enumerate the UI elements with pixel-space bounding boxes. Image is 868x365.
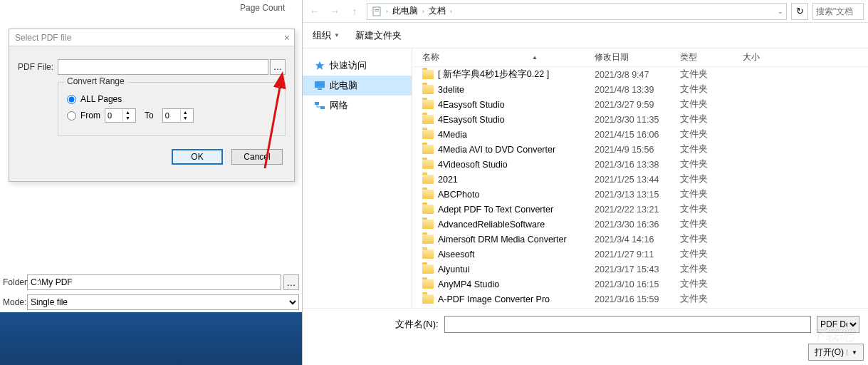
- file-type: 文件夹: [680, 113, 743, 125]
- file-open-dialog: ← → ↑ › 此电脑 › 文档 › ⌄ ↻ 组织▼ 新建文件夹: [302, 0, 868, 365]
- file-name: Aiyuntui: [438, 264, 469, 274]
- file-name: Aiseesoft: [438, 250, 474, 259]
- nav-quick-access[interactable]: 快速访问: [303, 56, 412, 76]
- folder-icon: [422, 145, 434, 154]
- list-item[interactable]: Aiyuntui2021/3/17 15:43文件夹: [412, 262, 868, 277]
- forward-icon[interactable]: →: [327, 4, 343, 19]
- chevron-down-icon[interactable]: ▼: [181, 115, 190, 121]
- list-item[interactable]: 4Media AVI to DVD Converter2021/4/9 15:5…: [412, 142, 868, 157]
- list-item[interactable]: 4Videosoft Studio2021/3/16 13:38文件夹: [412, 157, 868, 172]
- pdf-file-input[interactable]: [58, 59, 268, 75]
- radio-from[interactable]: [67, 111, 76, 120]
- from-label: From: [80, 110, 100, 120]
- file-type: 文件夹: [680, 218, 743, 230]
- file-date: 2021/3/4 14:16: [595, 235, 680, 245]
- file-name: 4Esaysoft Studio: [438, 115, 505, 125]
- file-date: 2021/3/27 9:59: [595, 100, 680, 110]
- from-value[interactable]: [105, 111, 122, 120]
- star-icon: [314, 60, 325, 71]
- file-name: 4Media: [438, 130, 467, 140]
- filetype-filter[interactable]: PDF Docu: [817, 316, 859, 333]
- app-footer-bar: [0, 312, 302, 365]
- open-button[interactable]: 打开(O)▼: [808, 344, 864, 361]
- search-input[interactable]: [812, 3, 864, 20]
- file-name: 4Videosoft Studio: [438, 160, 508, 170]
- chevron-down-icon[interactable]: ▼: [123, 115, 132, 121]
- file-date: 2021/3/16 15:59: [595, 294, 680, 304]
- cancel-button[interactable]: Cancel: [231, 149, 283, 165]
- chevron-up-icon[interactable]: ▲: [123, 110, 132, 115]
- file-type: 文件夹: [680, 98, 743, 110]
- crumb-documents[interactable]: 文档: [429, 5, 446, 17]
- refresh-button[interactable]: ↻: [791, 3, 808, 20]
- nav-network[interactable]: 网络: [303, 96, 412, 115]
- list-item[interactable]: 4Esaysoft Studio2021/3/30 11:35文件夹: [412, 112, 868, 127]
- file-type: 文件夹: [680, 248, 743, 260]
- col-date[interactable]: 修改日期: [595, 51, 680, 63]
- filename-input[interactable]: [444, 316, 811, 333]
- sort-asc-icon: ▲: [532, 54, 538, 61]
- list-item[interactable]: ABCPhoto2021/3/13 13:15文件夹: [412, 187, 868, 202]
- close-icon[interactable]: ×: [284, 29, 290, 46]
- from-spinner[interactable]: ▲▼: [105, 108, 136, 123]
- list-header: 名称 ▲ 修改日期 类型 大小: [412, 48, 868, 67]
- file-date: 2021/3/17 15:43: [595, 264, 680, 274]
- up-icon[interactable]: ↑: [347, 4, 362, 19]
- mode-select[interactable]: Single file: [27, 294, 299, 310]
- col-size[interactable]: 大小: [743, 51, 868, 63]
- list-item[interactable]: 20212021/1/25 13:44文件夹: [412, 172, 868, 187]
- list-item[interactable]: [ 新华字典4秒1步检字0.22 ]2021/3/8 9:47文件夹: [412, 67, 868, 82]
- to-spinner[interactable]: ▲▼: [162, 108, 194, 123]
- file-type: 文件夹: [680, 158, 743, 170]
- nav-label: 网络: [330, 99, 348, 112]
- network-icon: [314, 100, 325, 111]
- ok-button[interactable]: OK: [172, 149, 223, 165]
- file-type: 文件夹: [680, 128, 743, 140]
- folder-icon: [422, 175, 434, 184]
- breadcrumb[interactable]: › 此电脑 › 文档 › ⌄: [367, 3, 787, 20]
- file-date: 2021/3/30 16:36: [595, 220, 680, 230]
- list-item[interactable]: Adept PDF To Text Converter2021/2/22 13:…: [412, 202, 868, 217]
- col-name[interactable]: 名称 ▲: [412, 51, 595, 63]
- organize-menu[interactable]: 组织▼: [313, 29, 340, 42]
- monitor-icon: [314, 80, 325, 91]
- file-name: [ 新华字典4秒1步检字0.22 ]: [438, 68, 549, 81]
- new-folder-button[interactable]: 新建文件夹: [355, 29, 402, 42]
- file-date: 2021/2/22 13:21: [595, 205, 680, 215]
- folder-icon: [422, 235, 434, 244]
- chevron-down-icon[interactable]: ⌄: [778, 8, 783, 15]
- radio-all-pages[interactable]: [67, 95, 76, 104]
- folder-label: Folder:: [3, 277, 27, 287]
- file-type: 文件夹: [680, 143, 743, 155]
- col-type[interactable]: 类型: [680, 51, 743, 63]
- chevron-down-icon[interactable]: ▼: [847, 349, 857, 356]
- to-value[interactable]: [163, 111, 180, 120]
- crumb-this-pc[interactable]: 此电脑: [392, 5, 418, 17]
- list-item[interactable]: AnyMP4 Studio2021/3/10 16:15文件夹: [412, 277, 868, 292]
- pdf-file-label: PDF File:: [18, 62, 58, 72]
- list-item[interactable]: Aiseesoft2021/1/27 9:11文件夹: [412, 247, 868, 262]
- list-item[interactable]: 4Easysoft Studio2021/3/27 9:59文件夹: [412, 97, 868, 112]
- file-type: 文件夹: [680, 293, 743, 305]
- folder-icon: [422, 115, 434, 124]
- file-type: 文件夹: [680, 263, 743, 275]
- list-item[interactable]: A-PDF Image Converter Pro2021/3/16 15:59…: [412, 292, 868, 307]
- list-item[interactable]: AdvancedReliableSoftware2021/3/30 16:36文…: [412, 217, 868, 232]
- browse-button[interactable]: …: [270, 59, 286, 75]
- list-item[interactable]: 3delite2021/4/8 13:39文件夹: [412, 82, 868, 97]
- back-icon[interactable]: ←: [307, 4, 323, 19]
- list-item[interactable]: Aimersoft DRM Media Converter2021/3/4 14…: [412, 232, 868, 247]
- nav-this-pc[interactable]: 此电脑: [303, 76, 412, 96]
- folder-icon: [422, 279, 434, 289]
- file-date: 2021/1/25 13:44: [595, 175, 680, 185]
- folder-browse-button[interactable]: …: [283, 274, 299, 290]
- dialog-title-text: Select PDF file: [15, 33, 71, 43]
- svg-rect-5: [315, 81, 325, 88]
- folder-input[interactable]: [27, 274, 281, 290]
- nav-tree: 快速访问 此电脑 网络: [303, 48, 412, 308]
- nav-label: 此电脑: [330, 79, 357, 92]
- refresh-icon: ↻: [796, 6, 804, 16]
- list-item[interactable]: 4Media2021/4/15 16:06文件夹: [412, 127, 868, 142]
- page-count-label: Page Count: [240, 3, 285, 13]
- chevron-up-icon[interactable]: ▲: [181, 110, 190, 115]
